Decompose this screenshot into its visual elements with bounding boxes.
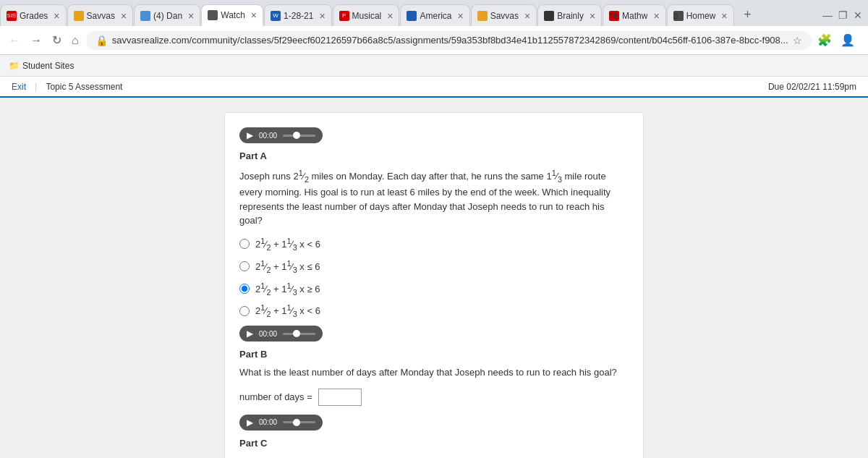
part-c-audio-time: 00:00 bbox=[259, 418, 277, 426]
tab-word-close[interactable]: × bbox=[319, 10, 325, 22]
part-a-audio-thumb bbox=[293, 132, 300, 139]
tab-savvas2-close[interactable]: × bbox=[524, 10, 530, 22]
new-tab-button[interactable]: + bbox=[738, 4, 758, 25]
option-1-radio[interactable] bbox=[239, 239, 250, 249]
part-b-audio-thumb bbox=[293, 330, 300, 337]
option-4-radio[interactable] bbox=[239, 306, 250, 316]
bookmarks-bar: 📁 Student Sites bbox=[0, 55, 868, 77]
savvas1-favicon bbox=[74, 11, 84, 21]
part-a-audio-time: 00:00 bbox=[259, 132, 277, 140]
musical-favicon: P bbox=[339, 11, 349, 21]
tab-word-label: 1-28-21 bbox=[284, 11, 313, 21]
option-3-label: 21⁄2 + 11⁄3 x ≥ 6 bbox=[255, 281, 320, 297]
option-3-radio[interactable] bbox=[239, 284, 250, 294]
refresh-button[interactable]: ↻ bbox=[49, 32, 64, 48]
mathw-favicon: M bbox=[609, 11, 619, 21]
option-2-row: 21⁄2 + 11⁄3 x ≤ 6 bbox=[239, 259, 629, 274]
tab-mathw[interactable]: M Mathw × bbox=[603, 4, 666, 26]
tab-homew[interactable]: b Homew × bbox=[667, 4, 734, 26]
part-c-audio-track[interactable] bbox=[283, 421, 315, 423]
option-3-row: 21⁄2 + 11⁄3 x ≥ 6 bbox=[239, 281, 629, 297]
tab-savvas2-label: Savvas bbox=[490, 11, 519, 21]
tab-brainly-close[interactable]: × bbox=[590, 10, 595, 22]
tab-savvas1-label: Savvas bbox=[87, 11, 115, 21]
tab-mathw-label: Mathw bbox=[622, 11, 647, 21]
tab-dan[interactable]: (4) Dan × bbox=[134, 4, 200, 26]
part-a-audio-track[interactable] bbox=[283, 135, 315, 137]
tab-word[interactable]: W 1-28-21 × bbox=[264, 4, 332, 26]
part-b-play-button[interactable]: ▶ bbox=[247, 328, 253, 339]
homew-favicon: b bbox=[673, 11, 684, 21]
tab-bar: SIS Grades × Savvas × (4) Dan × Watch × … bbox=[0, 0, 868, 26]
tab-dan-label: (4) Dan bbox=[153, 11, 182, 21]
tab-musical-label: Musical bbox=[352, 11, 382, 21]
tab-sis[interactable]: SIS Grades × bbox=[0, 4, 67, 26]
header-left: Exit | Topic 5 Assessment bbox=[12, 81, 122, 92]
tab-brainly[interactable]: Brainly × bbox=[537, 4, 602, 26]
tab-dan-close[interactable]: × bbox=[188, 10, 194, 22]
tab-brainly-label: Brainly bbox=[557, 11, 584, 21]
part-a-audio-player[interactable]: ▶ 00:00 bbox=[239, 127, 323, 143]
tab-homew-label: Homew bbox=[686, 11, 716, 21]
tab-homew-close[interactable]: × bbox=[721, 10, 727, 22]
part-b-label: Part B bbox=[239, 349, 629, 360]
tab-savvas2[interactable]: Savvas × bbox=[471, 4, 537, 26]
part-c-play-button[interactable]: ▶ bbox=[247, 417, 253, 428]
tab-america[interactable]: America × bbox=[400, 4, 469, 26]
bookmark-label: Student Sites bbox=[22, 61, 74, 71]
part-b-audio-player[interactable]: ▶ 00:00 bbox=[239, 326, 323, 342]
tab-savvas1[interactable]: Savvas × bbox=[67, 4, 134, 26]
bookmark-student-sites[interactable]: 📁 Student Sites bbox=[6, 59, 77, 72]
back-nav-button[interactable]: ← bbox=[6, 33, 23, 48]
exit-button[interactable]: Exit bbox=[12, 82, 26, 92]
tab-musical-close[interactable]: × bbox=[387, 10, 393, 22]
star-icon[interactable]: ☆ bbox=[793, 35, 802, 46]
dan-favicon bbox=[140, 11, 150, 21]
question-card: ▶ 00:00 Part A Joseph runs 21⁄2 miles on… bbox=[224, 112, 644, 458]
part-b-question-text: What is the least number of days after M… bbox=[239, 365, 629, 380]
lock-icon: 🔒 bbox=[95, 35, 108, 46]
due-date: Due 02/02/21 11:59pm bbox=[768, 82, 856, 92]
watch-favicon bbox=[208, 10, 218, 20]
sis-favicon: SIS bbox=[7, 11, 17, 21]
tab-savvas1-close[interactable]: × bbox=[121, 10, 127, 22]
num-days-label: number of days = bbox=[239, 391, 312, 402]
maximize-button[interactable]: ❐ bbox=[838, 9, 848, 21]
address-bar: ← → ↻ ⌂ 🔒 savvasrealize.com/community/cl… bbox=[0, 26, 868, 55]
extensions-icon[interactable]: 🧩 bbox=[816, 32, 833, 48]
num-days-input[interactable] bbox=[318, 389, 362, 406]
profile-icon[interactable]: 👤 bbox=[839, 32, 856, 48]
part-b-input-row: number of days = bbox=[239, 389, 629, 406]
tab-watch[interactable]: Watch × bbox=[201, 4, 263, 26]
part-c-audio-player[interactable]: ▶ 00:00 bbox=[239, 415, 323, 431]
savvas2-favicon bbox=[477, 11, 488, 21]
close-window-button[interactable]: ✕ bbox=[854, 9, 862, 21]
part-a-play-button[interactable]: ▶ bbox=[247, 130, 253, 140]
tab-mathw-close[interactable]: × bbox=[653, 10, 659, 22]
option-4-label: 21⁄2 + 11⁄3 x < 6 bbox=[255, 303, 320, 318]
tab-watch-close[interactable]: × bbox=[251, 9, 257, 21]
tab-sis-label: Grades bbox=[20, 11, 48, 21]
page-header: Exit | Topic 5 Assessment Due 02/02/21 1… bbox=[0, 77, 868, 98]
option-2-label: 21⁄2 + 11⁄3 x ≤ 6 bbox=[255, 259, 320, 274]
part-b-audio-track[interactable] bbox=[283, 333, 315, 335]
separator: | bbox=[35, 81, 37, 92]
url-text: savvasrealize.com/community/classes/5f29… bbox=[112, 35, 788, 46]
option-4-row: 21⁄2 + 11⁄3 x < 6 bbox=[239, 303, 629, 318]
minimize-button[interactable]: — bbox=[822, 9, 833, 21]
part-a-question-text: Joseph runs 21⁄2 miles on Monday. Each d… bbox=[239, 167, 629, 228]
toolbar-icons: 🧩 👤 ⋮ bbox=[816, 32, 868, 48]
option-2-radio[interactable] bbox=[239, 261, 250, 271]
url-box[interactable]: 🔒 savvasrealize.com/community/classes/5f… bbox=[86, 31, 812, 50]
tab-america-close[interactable]: × bbox=[458, 10, 464, 22]
forward-nav-button[interactable]: → bbox=[27, 33, 45, 48]
part-b-audio-time: 00:00 bbox=[259, 330, 277, 338]
folder-icon: 📁 bbox=[9, 61, 20, 71]
option-1-label: 21⁄2 + 11⁄3 x < 6 bbox=[255, 237, 320, 252]
home-button[interactable]: ⌂ bbox=[69, 33, 82, 48]
tab-musical[interactable]: P Musical × bbox=[333, 4, 400, 26]
menu-icon[interactable]: ⋮ bbox=[862, 32, 868, 48]
tab-sis-close[interactable]: × bbox=[54, 10, 59, 22]
part-c-audio-thumb bbox=[293, 419, 300, 426]
part-c-instruction: Make a selection from each drop-down men… bbox=[239, 454, 629, 458]
